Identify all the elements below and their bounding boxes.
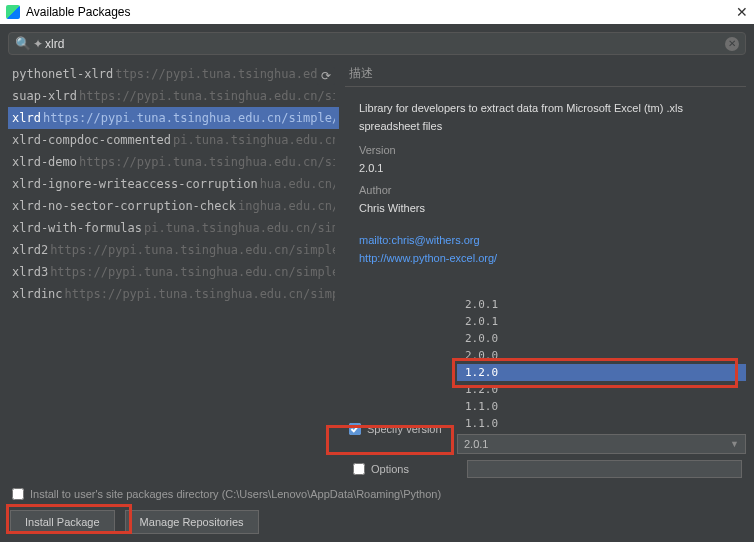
title-bar: Available Packages ✕ [0, 0, 754, 24]
homepage-link[interactable]: http://www.python-excel.org/ [359, 249, 732, 267]
search-input[interactable] [45, 37, 725, 51]
package-name: xlrdinc [12, 285, 63, 303]
package-list-panel: ⟳ pythonetl-xlrdttps://pypi.tuna.tsinghu… [8, 63, 339, 480]
package-name: xlrd-ignore-writeaccess-corruption [12, 175, 258, 193]
version-value: 2.0.1 [359, 159, 732, 177]
package-url: https://pypi.tuna.tsinghua.edu.cn/simple… [79, 87, 335, 105]
package-row[interactable]: xlrdhttps://pypi.tuna.tsinghua.edu.cn/si… [8, 107, 339, 129]
version-label: Version [359, 141, 732, 159]
package-url: inghua.edu.cn/simple/ [238, 197, 335, 215]
app-icon [6, 5, 20, 19]
package-name: pythonetl-xlrd [12, 65, 113, 83]
package-name: xlrd-with-formulas [12, 219, 142, 237]
package-row[interactable]: xlrd-with-formulaspi.tuna.tsinghua.edu.c… [8, 217, 339, 239]
package-url: ttps://pypi.tuna.tsinghua.edu.cn/simple/ [115, 65, 335, 83]
package-url: https://pypi.tuna.tsinghua.edu.cn/simple… [50, 263, 335, 281]
clear-search-icon[interactable]: ✕ [725, 37, 739, 51]
version-row[interactable]: 1.1.0 [457, 398, 746, 415]
author-value: Chris Withers [359, 199, 732, 217]
package-url: pi.tuna.tsinghua.edu.cn/simple/ [173, 131, 335, 149]
package-row[interactable]: pythonetl-xlrdttps://pypi.tuna.tsinghua.… [8, 63, 339, 85]
close-icon[interactable]: ✕ [736, 4, 748, 20]
version-row[interactable]: 2.0.1 [457, 296, 746, 313]
package-row[interactable]: xlrd-ignore-writeaccess-corruptionhua.ed… [8, 173, 339, 195]
reload-icon[interactable]: ⟳ [317, 67, 335, 85]
package-row[interactable]: xlrd3https://pypi.tuna.tsinghua.edu.cn/s… [8, 261, 339, 283]
package-name: xlrd-demo [12, 153, 77, 171]
search-field[interactable]: 🔍 ✦ ✕ [8, 32, 746, 55]
package-url: pi.tuna.tsinghua.edu.cn/simple/ [144, 219, 335, 237]
install-user-label: Install to user's site packages director… [30, 488, 441, 500]
specify-version-label: Specify version [367, 423, 442, 435]
version-row[interactable]: 1.2.0 [457, 364, 746, 381]
package-url: https://pypi.tuna.tsinghua.edu.cn/simple… [43, 109, 335, 127]
package-row[interactable]: xlrd-compdoc-commentedpi.tuna.tsinghua.e… [8, 129, 339, 151]
package-name: xlrd-compdoc-commented [12, 131, 171, 149]
window-title: Available Packages [26, 5, 131, 19]
star-icon: ✦ [33, 37, 43, 51]
package-row[interactable]: xlrd-no-sector-corruption-checkinghua.ed… [8, 195, 339, 217]
version-select[interactable]: 2.0.1 ▼ [457, 434, 746, 454]
version-row[interactable]: 2.0.0 [457, 330, 746, 347]
options-label: Options [371, 463, 409, 475]
version-row[interactable]: 2.0.0 [457, 347, 746, 364]
package-name: xlrd [12, 109, 41, 127]
package-row[interactable]: xlrd-demohttps://pypi.tuna.tsinghua.edu.… [8, 151, 339, 173]
manage-repositories-button[interactable]: Manage Repositories [125, 510, 259, 534]
version-row[interactable]: 1.2.0 [457, 381, 746, 398]
install-user-checkbox[interactable] [12, 488, 24, 500]
version-row[interactable]: 2.0.1 [457, 313, 746, 330]
version-select-value: 2.0.1 [464, 438, 488, 450]
package-name: xlrd-no-sector-corruption-check [12, 197, 236, 215]
chevron-down-icon: ▼ [730, 439, 739, 449]
version-list[interactable]: 2.0.12.0.12.0.02.0.01.2.01.2.01.1.01.1.0 [457, 296, 746, 432]
package-url: hua.edu.cn/simple/ [260, 175, 335, 193]
mailto-link[interactable]: mailto:chris@withers.org [359, 231, 732, 249]
package-row[interactable]: xlrdinchttps://pypi.tuna.tsinghua.edu.cn… [8, 283, 339, 305]
version-row[interactable]: 1.1.0 [457, 415, 746, 432]
detail-panel: 描述 Library for developers to extract dat… [345, 63, 746, 480]
package-url: https://pypi.tuna.tsinghua.edu.cn/simple… [79, 153, 335, 171]
specify-version-checkbox[interactable] [349, 423, 361, 435]
package-name: xlrd3 [12, 263, 48, 281]
package-row[interactable]: xlrd2https://pypi.tuna.tsinghua.edu.cn/s… [8, 239, 339, 261]
install-package-button[interactable]: Install Package [10, 510, 115, 534]
options-input[interactable] [467, 460, 742, 478]
package-row[interactable]: suap-xlrdhttps://pypi.tuna.tsinghua.edu.… [8, 85, 339, 107]
package-name: suap-xlrd [12, 87, 77, 105]
package-name: xlrd2 [12, 241, 48, 259]
detail-header: 描述 [345, 63, 746, 87]
search-icon: 🔍 [15, 36, 31, 51]
package-summary: Library for developers to extract data f… [359, 99, 732, 135]
package-url: https://pypi.tuna.tsinghua.edu.cn/simple… [50, 241, 335, 259]
specify-version-row[interactable]: Specify version [345, 420, 457, 438]
options-checkbox[interactable] [353, 463, 365, 475]
author-label: Author [359, 181, 732, 199]
package-url: https://pypi.tuna.tsinghua.edu.cn/simple… [65, 285, 335, 303]
